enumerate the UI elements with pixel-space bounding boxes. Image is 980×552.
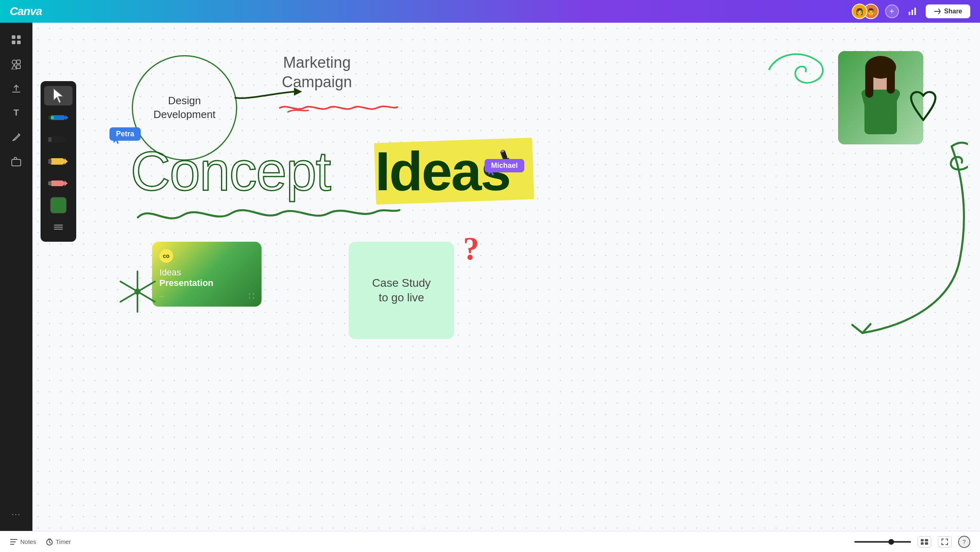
- svg-point-16: [51, 116, 54, 119]
- svg-marker-9: [12, 64, 17, 69]
- share-button[interactable]: Share: [926, 4, 970, 18]
- svg-rect-22: [48, 159, 51, 164]
- large-curve-arrow: [830, 138, 968, 343]
- sidebar: T ···: [0, 23, 32, 531]
- svg-rect-23: [50, 180, 64, 186]
- sidebar-item-draw[interactable]: [6, 127, 27, 148]
- card-title-line1: Ideas: [159, 267, 254, 278]
- right-controls: 👩 👨 + Share: [852, 4, 970, 19]
- grid-view-button[interactable]: [918, 536, 931, 548]
- sidebar-item-more[interactable]: ···: [6, 503, 27, 524]
- svg-marker-14: [65, 115, 69, 120]
- dark-marker-tool[interactable]: [44, 130, 73, 149]
- star-doodle: [118, 269, 157, 316]
- ideas-presentation-card[interactable]: co Ideas Presentation ··· ⛶: [152, 242, 262, 307]
- svg-rect-17: [50, 136, 64, 143]
- yellow-highlighter-tool[interactable]: [44, 152, 73, 171]
- eraser-tool[interactable]: [44, 174, 73, 193]
- fullscreen-button[interactable]: [938, 536, 952, 548]
- color-swatch-green[interactable]: [44, 195, 73, 215]
- card-logo: co: [159, 249, 173, 263]
- question-mark: ?: [463, 230, 479, 267]
- svg-rect-6: [17, 41, 21, 44]
- bottombar: Notes Timer: [0, 531, 980, 552]
- sidebar-item-projects[interactable]: [6, 151, 27, 172]
- green-swirl-top: [761, 45, 834, 95]
- svg-marker-39: [489, 168, 495, 176]
- card-title-line2: Presentation: [159, 278, 254, 288]
- add-collaborator-button[interactable]: +: [885, 4, 899, 18]
- sidebar-item-upload[interactable]: [6, 78, 27, 99]
- avatar-group: 👩 👨: [852, 4, 879, 19]
- svg-point-7: [12, 60, 16, 64]
- svg-rect-42: [921, 539, 924, 541]
- petra-cursor-badge: Petra: [109, 127, 141, 141]
- sidebar-item-grid[interactable]: [6, 29, 27, 50]
- red-underline: [276, 101, 401, 117]
- sidebar-item-elements[interactable]: [6, 54, 27, 75]
- svg-rect-11: [12, 159, 21, 166]
- svg-rect-10: [17, 65, 20, 69]
- svg-rect-3: [12, 35, 15, 39]
- svg-rect-19: [48, 137, 51, 142]
- tools-menu-button[interactable]: [44, 217, 73, 237]
- svg-marker-21: [64, 158, 68, 165]
- svg-rect-25: [48, 181, 51, 185]
- cursor-tool[interactable]: [44, 86, 73, 105]
- avatar-1: 👩: [852, 4, 867, 19]
- svg-rect-34: [887, 65, 895, 94]
- bottom-right-controls: ?: [854, 536, 970, 548]
- svg-rect-1: [911, 10, 913, 15]
- case-study-box[interactable]: Case Studyto go live: [349, 242, 454, 339]
- svg-rect-2: [914, 8, 916, 15]
- svg-marker-18: [64, 136, 68, 143]
- svg-marker-38: [114, 137, 120, 144]
- svg-rect-45: [925, 542, 928, 545]
- svg-rect-8: [17, 60, 20, 64]
- tools-panel: [41, 81, 76, 242]
- sidebar-item-text[interactable]: T: [6, 102, 27, 123]
- canvas-area: DesignDevelopment MarketingCampaign: [32, 23, 980, 531]
- notes-button[interactable]: Notes: [10, 538, 36, 545]
- svg-marker-24: [64, 180, 68, 186]
- svg-rect-43: [925, 539, 928, 541]
- topbar: Canva 👩 👨 + Share: [0, 0, 980, 23]
- svg-marker-12: [54, 88, 63, 103]
- bottom-left-controls: Notes Timer: [10, 538, 71, 546]
- green-squiggle: [134, 201, 405, 231]
- michael-cursor-badge: Michael: [485, 159, 524, 172]
- svg-rect-44: [921, 542, 924, 545]
- marketing-campaign-text: MarketingCampaign: [282, 53, 352, 92]
- analytics-button[interactable]: [905, 4, 919, 18]
- heart-doodle: [903, 84, 944, 130]
- svg-rect-33: [865, 65, 873, 98]
- svg-rect-4: [17, 35, 21, 39]
- help-button[interactable]: ?: [958, 536, 970, 548]
- blue-pen-tool[interactable]: [44, 108, 73, 127]
- svg-rect-0: [909, 12, 910, 15]
- svg-rect-5: [12, 41, 15, 44]
- zoom-control[interactable]: [854, 541, 911, 543]
- concept-text: Concept: [131, 140, 330, 203]
- svg-rect-20: [50, 158, 64, 165]
- case-study-text: Case Studyto go live: [372, 276, 431, 305]
- timer-button[interactable]: Timer: [46, 538, 71, 546]
- canva-logo: Canva: [10, 5, 42, 18]
